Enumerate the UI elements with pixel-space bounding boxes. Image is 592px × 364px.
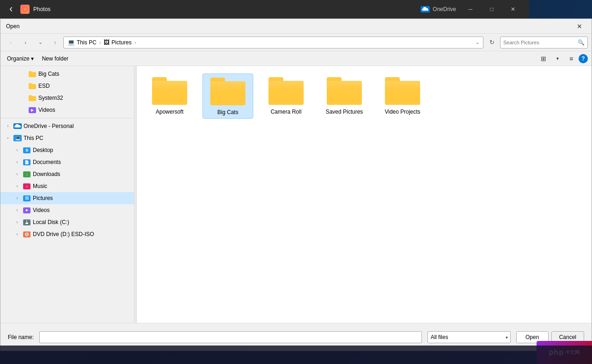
minimize-button[interactable]: ─ <box>460 0 481 18</box>
sidebar-item-pictures[interactable]: › 🖼 Pictures <box>0 192 134 204</box>
dialog-title: Open <box>6 23 573 30</box>
view-details-button[interactable]: ≡ <box>565 53 578 64</box>
search-icon[interactable]: 🔍 <box>578 39 585 46</box>
folder-name-apowersoft: Apowersoft <box>156 109 183 115</box>
videos-sub-icon: ▶ <box>28 106 37 114</box>
up-button[interactable]: ↑ <box>49 36 61 49</box>
search-input[interactable] <box>503 40 576 45</box>
documents-icon: 📄 <box>23 158 31 166</box>
sidebar-item-documents[interactable]: › 📄 Documents <box>0 156 134 168</box>
close-button[interactable]: ✕ <box>502 0 524 18</box>
content-pane: Apowersoft Big Cats <box>137 66 592 323</box>
address-this-pc: 💻 This PC <box>67 39 97 46</box>
folder-name-big-cats: Big Cats <box>217 109 238 115</box>
recent-locations-button[interactable]: ⌄ <box>34 36 47 49</box>
folder-name-video-projects: Video Projects <box>384 109 420 115</box>
downloads-icon: ↓ <box>23 170 31 178</box>
this-pc-icon: 💻 <box>13 134 22 142</box>
sidebar-item-music[interactable]: › ♪ Music <box>0 180 134 192</box>
folder-name-saved-pictures: Saved Pictures <box>326 109 363 115</box>
folder-icon-esd <box>28 82 37 90</box>
folder-camera-roll[interactable]: Camera Roll <box>261 73 311 119</box>
view-buttons: ⊞ ▾ ≡ ? <box>537 53 588 64</box>
onedrive-label: OneDrive <box>433 6 456 12</box>
sidebar-item-esd[interactable]: ESD <box>0 80 134 92</box>
action-toolbar: Organize ▾ New folder ⊞ ▾ ≡ ? <box>0 51 592 66</box>
new-folder-button[interactable]: New folder <box>39 53 71 64</box>
taskbar <box>0 346 592 364</box>
folder-name-camera-roll: Camera Roll <box>271 109 302 115</box>
onedrive-nav-icon <box>13 122 22 130</box>
address-bar[interactable]: 💻 This PC › 🖼 Pictures › ⌄ <box>63 36 483 49</box>
dvd-drive-icon: 💿 <box>23 230 31 238</box>
folder-apowersoft[interactable]: Apowersoft <box>144 73 195 119</box>
folder-big-cats[interactable]: Big Cats <box>202 73 253 119</box>
file-name-label: File name: <box>8 334 34 340</box>
svg-point-0 <box>22 6 28 12</box>
sidebar-item-videos-sub[interactable]: ▶ Videos <box>0 104 134 116</box>
folder-icon-camera-roll <box>269 77 304 105</box>
folder-icon-system32 <box>28 94 37 102</box>
file-name-input[interactable] <box>39 331 422 343</box>
help-button[interactable]: ? <box>579 54 588 63</box>
sidebar-item-desktop[interactable]: › 🖥 Desktop <box>0 144 134 156</box>
address-pictures: 🖼 Pictures <box>104 39 131 46</box>
search-box[interactable]: 🔍 <box>500 36 588 49</box>
folder-icon-big-cats <box>210 78 245 105</box>
folder-icon-video-projects <box>385 77 420 105</box>
desktop-icon: 🖥 <box>23 146 31 154</box>
refresh-button[interactable]: ↻ <box>485 36 498 49</box>
pictures-icon: 🖼 <box>23 194 31 202</box>
window-controls: ─ □ ✕ <box>460 0 524 18</box>
local-disk-icon: 💾 <box>23 218 31 226</box>
sidebar-item-system32[interactable]: System32 <box>0 92 134 104</box>
folder-icon-apowersoft <box>152 77 187 105</box>
view-dropdown-button[interactable]: ▾ <box>551 53 564 64</box>
folder-icon-saved-pictures <box>327 77 362 105</box>
view-large-icons-button[interactable]: ⊞ <box>537 53 550 64</box>
sidebar-item-downloads[interactable]: › ↓ Downloads <box>0 168 134 180</box>
folder-icon-big-cats-sub <box>28 70 37 78</box>
sidebar-item-local-disk[interactable]: › 💾 Local Disk (C:) <box>0 216 134 228</box>
dialog-titlebar: Open ✕ <box>0 19 592 34</box>
nav-pane: Big Cats ESD <box>0 66 134 323</box>
file-type-select[interactable]: All files Images Videos All supported fi… <box>427 331 511 343</box>
main-content: Big Cats ESD <box>0 66 592 323</box>
sidebar-item-onedrive[interactable]: › OneDrive - Personal <box>0 120 134 132</box>
photos-app-icon <box>20 5 30 14</box>
back-button[interactable]: ‹ <box>4 36 17 49</box>
organize-button[interactable]: Organize ▾ <box>4 53 37 64</box>
sidebar-item-this-pc[interactable]: › 💻 This PC <box>0 132 134 144</box>
titlebar-back-button[interactable] <box>6 4 17 15</box>
titlebar-onedrive: OneDrive <box>421 6 456 12</box>
forward-button[interactable]: › <box>19 36 32 49</box>
onedrive-expand[interactable]: › <box>4 124 12 128</box>
open-dialog: Open ✕ ‹ › ⌄ ↑ 💻 This PC › 🖼 Pictures › … <box>0 18 592 351</box>
address-bar-row: ‹ › ⌄ ↑ 💻 This PC › 🖼 Pictures › ⌄ ↻ 🔍 <box>0 34 592 51</box>
music-icon: ♪ <box>23 182 31 190</box>
file-type-wrapper: All files Images Videos All supported fi… <box>427 331 511 343</box>
titlebar-app-name: Photos <box>33 6 50 12</box>
dialog-close-button[interactable]: ✕ <box>573 20 586 33</box>
maximize-button[interactable]: □ <box>481 0 502 18</box>
this-pc-expand[interactable]: › <box>6 134 10 142</box>
sidebar-item-dvd-drive[interactable]: › 💿 DVD Drive (D:) ESD-ISO <box>0 228 134 240</box>
photos-titlebar: Photos OneDrive ─ □ ✕ <box>0 0 529 18</box>
sidebar-item-big-cats-sub[interactable]: Big Cats <box>0 68 134 80</box>
folder-saved-pictures[interactable]: Saved Pictures <box>319 73 370 119</box>
onedrive-icon <box>421 6 430 12</box>
folder-video-projects[interactable]: Video Projects <box>377 73 428 119</box>
videos-icon: ▶ <box>23 206 31 214</box>
sidebar-item-videos[interactable]: › ▶ Videos <box>0 204 134 216</box>
